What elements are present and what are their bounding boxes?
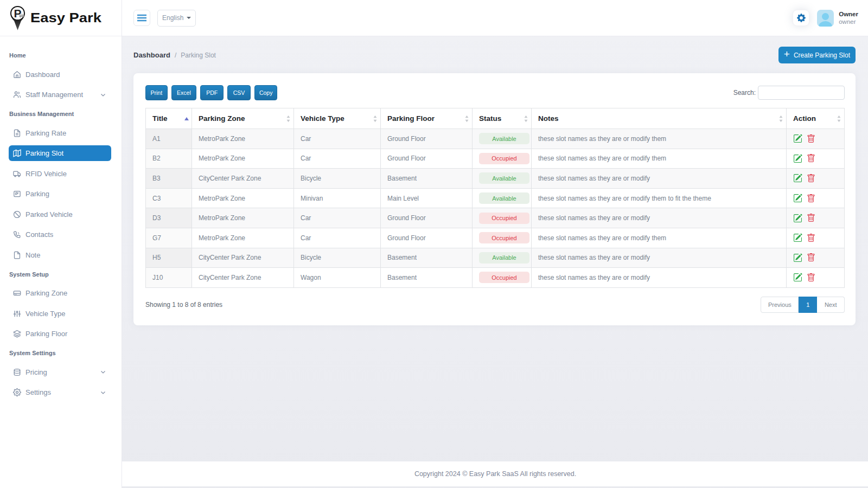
svg-text:P: P [14,7,21,20]
